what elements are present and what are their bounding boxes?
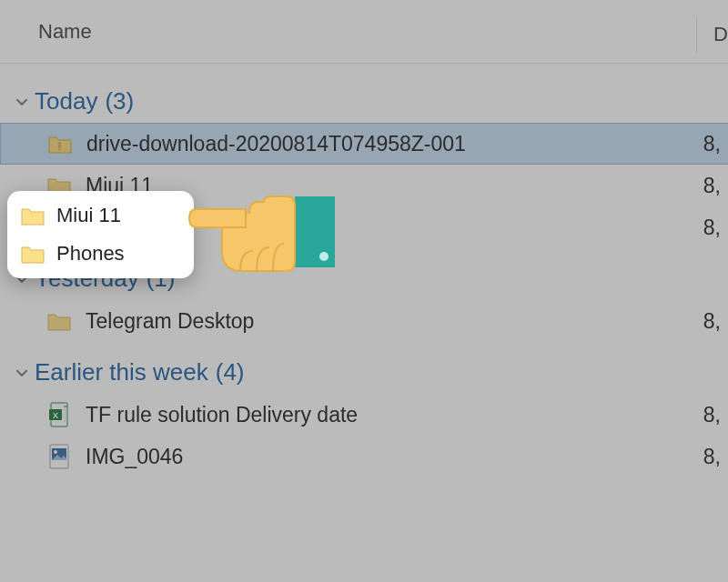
folder-icon	[46, 311, 73, 331]
file-date: 8,	[703, 206, 721, 248]
image-file-icon	[46, 444, 73, 469]
file-name: IMG_0046	[86, 445, 728, 469]
annotation-callout: Miui 11 Phones	[7, 191, 194, 278]
svg-rect-3	[59, 146, 61, 147]
callout-item: Miui 11	[7, 196, 194, 235]
group-label: Today	[35, 87, 97, 115]
file-name: TF rule solution Delivery date	[86, 403, 728, 427]
group-header-today[interactable]: Today (3)	[0, 80, 728, 123]
group-count: (4)	[216, 358, 245, 386]
file-date: 8,	[703, 165, 721, 206]
file-row[interactable]: Telegram Desktop 8,	[0, 300, 728, 342]
file-name: drive-download-20200814T074958Z-001	[86, 132, 728, 156]
file-date: 8,	[703, 300, 721, 342]
file-row[interactable]: X TF rule solution Delivery date 8,	[0, 394, 728, 436]
column-header-date[interactable]: D	[696, 16, 728, 53]
file-date: 8,	[703, 124, 721, 164]
chevron-down-icon	[13, 93, 31, 111]
group-header-earlier[interactable]: Earlier this week (4)	[0, 351, 728, 394]
svg-rect-2	[59, 145, 61, 146]
callout-item: Phones	[7, 235, 194, 273]
file-name: Telegram Desktop	[86, 309, 728, 334]
callout-label: Miui 11	[56, 204, 121, 227]
file-row[interactable]: IMG_0046 8,	[0, 436, 728, 477]
chevron-down-icon	[13, 364, 31, 382]
folder-icon	[20, 244, 46, 264]
group-label: Earlier this week	[35, 358, 208, 386]
svg-point-14	[54, 450, 57, 454]
svg-text:X: X	[53, 411, 58, 420]
excel-file-icon: X	[46, 402, 73, 427]
callout-label: Phones	[56, 242, 125, 266]
svg-rect-1	[59, 143, 61, 144]
file-date: 8,	[703, 436, 721, 477]
folder-icon	[20, 206, 46, 226]
file-row[interactable]: drive-download-20200814T074958Z-001 8,	[0, 123, 728, 165]
column-header-name[interactable]: Name	[0, 20, 728, 44]
group-count: (3)	[105, 87, 134, 115]
file-date: 8,	[703, 394, 721, 436]
column-header-row: Name D	[0, 0, 728, 64]
folder-zip-icon	[46, 134, 74, 154]
